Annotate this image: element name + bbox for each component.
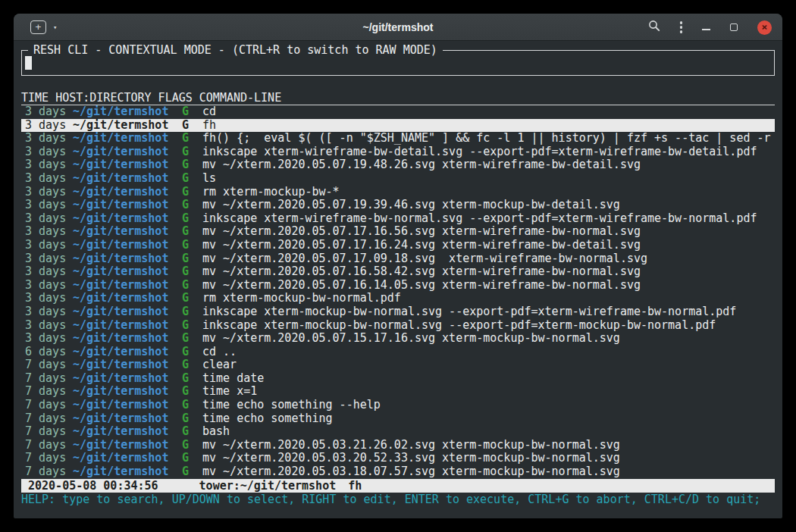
row-time: 3 days: [25, 292, 73, 305]
chevron-down-icon[interactable]: ▾: [53, 23, 57, 31]
row-flags: G: [182, 292, 202, 305]
history-row[interactable]: 7 days ~/git/termshot G bash: [21, 425, 775, 439]
history-row[interactable]: 3 days ~/git/termshot G fh: [21, 119, 775, 133]
row-flags: G: [182, 358, 202, 372]
history-row[interactable]: 7 days ~/git/termshot G time echo someth…: [21, 399, 775, 412]
row-flags: G: [182, 158, 202, 172]
row-host: ~/git/termshot: [73, 346, 182, 359]
row-cmd: mv ~/xterm.2020.05.03.20.52.33.svg xterm…: [202, 452, 775, 465]
row-cmd: rm xterm-mockup-bw-*: [202, 186, 775, 199]
terminal-window: + ▾ ~/git/termshot × RESH CLI - CONTEXTU…: [14, 14, 782, 518]
row-flags: G: [182, 279, 202, 293]
row-cmd: cd: [202, 105, 775, 119]
row-cmd: mv ~/xterm.2020.05.07.19.39.46.svg xterm…: [202, 199, 775, 212]
row-cmd: inkscape xterm-wireframe-bw-normal.svg -…: [202, 212, 775, 226]
history-row[interactable]: 3 days ~/git/termshot G fh() {; eval $( …: [21, 132, 775, 146]
history-row[interactable]: 3 days ~/git/termshot G inkscape xterm-w…: [21, 146, 775, 159]
row-time: 7 days: [25, 425, 73, 439]
row-time: 7 days: [25, 412, 73, 426]
row-host: ~/git/termshot: [73, 319, 182, 333]
history-row[interactable]: 3 days ~/git/termshot G inkscape xterm-m…: [21, 319, 775, 333]
minimize-icon[interactable]: [702, 29, 710, 30]
row-time: 3 days: [25, 105, 73, 119]
row-flags: G: [182, 319, 202, 333]
row-host: ~/git/termshot: [73, 465, 182, 479]
row-time: 3 days: [25, 158, 73, 172]
search-panel[interactable]: RESH CLI - CONTEXTUAL MODE - (CTRL+R to …: [21, 50, 775, 76]
row-host: ~/git/termshot: [73, 158, 182, 172]
history-row[interactable]: 3 days ~/git/termshot G mv ~/xterm.2020.…: [21, 332, 775, 346]
history-row[interactable]: 7 days ~/git/termshot G mv ~/xterm.2020.…: [21, 465, 775, 479]
row-host: ~/git/termshot: [73, 292, 182, 305]
row-cmd: ls: [202, 172, 775, 186]
row-host: ~/git/termshot: [73, 105, 182, 119]
row-cmd: mv ~/xterm.2020.05.03.21.26.02.svg xterm…: [202, 439, 775, 452]
row-cmd: clear: [202, 358, 775, 372]
row-flags: G: [182, 465, 202, 479]
row-time: 3 days: [25, 132, 73, 146]
history-row[interactable]: 7 days ~/git/termshot G time date: [21, 372, 775, 386]
row-host: ~/git/termshot: [73, 239, 182, 252]
history-row[interactable]: 3 days ~/git/termshot G rm xterm-mockup-…: [21, 186, 775, 199]
history-row[interactable]: 3 days ~/git/termshot G inkscape xterm-w…: [21, 212, 775, 226]
row-host: ~/git/termshot: [73, 172, 182, 186]
history-row[interactable]: 7 days ~/git/termshot G time x=1: [21, 385, 775, 399]
history-row[interactable]: 3 days ~/git/termshot G rm xterm-mockup-…: [21, 292, 775, 305]
history-row[interactable]: 3 days ~/git/termshot G mv ~/xterm.2020.…: [21, 225, 775, 239]
history-row[interactable]: 6 days ~/git/termshot G cd ..: [21, 346, 775, 359]
row-flags: G: [182, 146, 202, 159]
row-flags: G: [182, 305, 202, 319]
menu-kebab-icon[interactable]: [680, 21, 683, 33]
terminal-content[interactable]: RESH CLI - CONTEXTUAL MODE - (CTRL+R to …: [14, 50, 782, 518]
row-host: ~/git/termshot: [73, 425, 182, 439]
row-flags: G: [182, 212, 202, 226]
search-icon[interactable]: [648, 20, 660, 35]
row-time: 7 days: [25, 439, 73, 452]
row-flags: G: [182, 425, 202, 439]
new-tab-button[interactable]: +: [30, 20, 46, 34]
row-cmd: time echo something --help: [202, 399, 775, 412]
row-host: ~/git/termshot: [73, 305, 182, 319]
row-time: 6 days: [25, 346, 73, 359]
history-row[interactable]: 7 days ~/git/termshot G clear: [21, 358, 775, 372]
row-flags: G: [182, 399, 202, 412]
row-host: ~/git/termshot: [73, 146, 182, 159]
close-icon[interactable]: ×: [757, 20, 772, 35]
restore-icon[interactable]: [730, 23, 738, 31]
history-row[interactable]: 3 days ~/git/termshot G mv ~/xterm.2020.…: [21, 158, 775, 172]
history-row[interactable]: 3 days ~/git/termshot G mv ~/xterm.2020.…: [21, 252, 775, 266]
history-row[interactable]: 3 days ~/git/termshot G ls: [21, 172, 775, 186]
row-cmd: mv ~/xterm.2020.05.07.19.48.26.svg xterm…: [202, 158, 775, 172]
history-row[interactable]: 3 days ~/git/termshot G cd: [21, 105, 775, 119]
history-row[interactable]: 3 days ~/git/termshot G mv ~/xterm.2020.…: [21, 239, 775, 252]
row-time: 7 days: [25, 358, 73, 372]
history-row[interactable]: 7 days ~/git/termshot G mv ~/xterm.2020.…: [21, 452, 775, 465]
history-row[interactable]: 3 days ~/git/termshot G mv ~/xterm.2020.…: [21, 265, 775, 279]
row-time: 3 days: [25, 199, 73, 212]
history-row[interactable]: 3 days ~/git/termshot G mv ~/xterm.2020.…: [21, 279, 775, 293]
row-host: ~/git/termshot: [73, 399, 182, 412]
status-bar: 2020-05-08 00:34:56 tower:~/git/termshot…: [21, 479, 775, 493]
row-flags: G: [182, 225, 202, 239]
row-cmd: rm xterm-mockup-bw-normal.pdf: [202, 292, 775, 305]
row-cmd: mv ~/xterm.2020.05.07.15.17.16.svg xterm…: [202, 332, 775, 346]
row-host: ~/git/termshot: [73, 358, 182, 372]
history-row[interactable]: 7 days ~/git/termshot G mv ~/xterm.2020.…: [21, 439, 775, 452]
row-flags: G: [182, 265, 202, 279]
row-time: 3 days: [25, 265, 73, 279]
row-flags: G: [182, 346, 202, 359]
status-location: tower:~/git/termshot: [199, 479, 337, 493]
row-cmd: inkscape xterm-mockup-bw-normal.svg --ex…: [202, 305, 775, 319]
row-flags: G: [182, 239, 202, 252]
row-flags: G: [182, 199, 202, 212]
row-flags: G: [182, 452, 202, 465]
row-cmd: fh: [202, 119, 775, 133]
history-row[interactable]: 3 days ~/git/termshot G mv ~/xterm.2020.…: [21, 199, 775, 212]
row-time: 7 days: [25, 372, 73, 386]
titlebar[interactable]: + ▾ ~/git/termshot ×: [14, 14, 782, 41]
history-row[interactable]: 3 days ~/git/termshot G inkscape xterm-m…: [21, 305, 775, 319]
row-cmd: mv ~/xterm.2020.05.07.16.14.05.svg xterm…: [202, 279, 775, 293]
row-time: 3 days: [25, 305, 73, 319]
row-flags: G: [182, 412, 202, 426]
history-row[interactable]: 7 days ~/git/termshot G time echo someth…: [21, 412, 775, 426]
